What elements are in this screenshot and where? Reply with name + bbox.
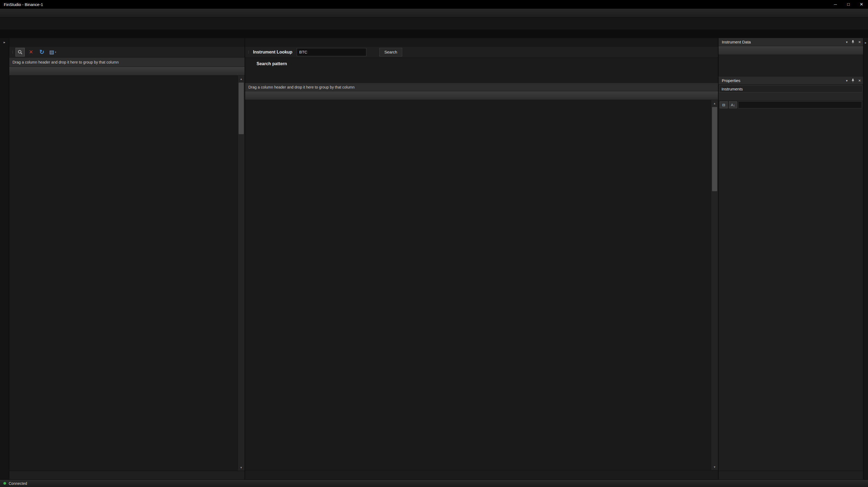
connection-status-text: Connected bbox=[9, 481, 27, 486]
search-pattern-section: Search pattern bbox=[245, 58, 718, 83]
dropdown-icon[interactable]: ▾ bbox=[846, 79, 848, 83]
scroll-down-icon[interactable]: ▼ bbox=[711, 464, 718, 470]
close-icon[interactable]: ✕ bbox=[858, 79, 861, 83]
left-table: ▲ ▼ bbox=[9, 75, 245, 471]
close-icon[interactable]: ✕ bbox=[858, 40, 861, 44]
main-toolbar bbox=[0, 18, 868, 30]
main-area: ▸ ⋮ ✕ ↻ ▤▾ Drag a column header and drop… bbox=[0, 38, 868, 479]
pin-icon[interactable] bbox=[851, 79, 855, 82]
drag-grip-icon[interactable]: ⋮ bbox=[245, 50, 251, 54]
lookup-row: ⋮ Instrument Lookup Search bbox=[245, 47, 718, 58]
export-button[interactable]: ▤▾ bbox=[48, 48, 57, 57]
window-title: FinStudio - Binance-1 bbox=[0, 2, 43, 7]
data-panel-tabs bbox=[718, 68, 863, 76]
drag-grip-icon[interactable]: ⋮ bbox=[9, 50, 16, 54]
document-tabs bbox=[0, 30, 868, 38]
window-controls: ─ □ ✕ bbox=[829, 0, 868, 9]
status-bar: Connected bbox=[0, 479, 868, 487]
panel-tabs bbox=[9, 38, 245, 47]
red-x-icon: ✕ bbox=[29, 49, 33, 55]
refresh-button[interactable]: ↻ bbox=[37, 48, 46, 57]
properties-tabs bbox=[718, 92, 863, 100]
title-bar: FinStudio - Binance-1 ─ □ ✕ bbox=[0, 0, 868, 9]
results-table: ▲ ▼ bbox=[245, 100, 718, 470]
scroll-up-icon[interactable]: ▲ bbox=[238, 75, 245, 82]
panel-title: Properties bbox=[722, 78, 740, 83]
left-bottom-tabs bbox=[9, 471, 245, 479]
menu-bar bbox=[0, 9, 868, 18]
search-button[interactable]: Search bbox=[379, 48, 402, 57]
center-scrollbar[interactable]: ▲ ▼ bbox=[711, 100, 718, 470]
spacer bbox=[718, 109, 863, 471]
table-footer bbox=[245, 470, 718, 479]
dropdown-icon[interactable]: ▾ bbox=[846, 40, 848, 44]
properties-toolbar: ⊟ A↓ bbox=[718, 100, 863, 109]
pattern-label: Search pattern bbox=[256, 61, 718, 66]
pin-icon[interactable] bbox=[851, 40, 855, 44]
expand-arrow-icon[interactable]: ▸ bbox=[865, 41, 866, 44]
clear-filter-button[interactable]: ✕ bbox=[26, 48, 36, 57]
chevron-down-icon: ▾ bbox=[55, 51, 56, 54]
search-mode-button[interactable] bbox=[16, 48, 25, 57]
sort-az-button[interactable]: A↓ bbox=[729, 101, 737, 108]
instruments-toolbar: ⋮ ✕ ↻ ▤▾ bbox=[9, 47, 245, 58]
gap bbox=[718, 55, 863, 68]
categorize-button[interactable]: ⊟ bbox=[720, 101, 728, 108]
connection-status-icon bbox=[3, 482, 6, 485]
group-by-bar[interactable]: Drag a column header and drop it here to… bbox=[9, 58, 245, 67]
app-window: FinStudio - Binance-1 ─ □ ✕ ▸ ⋮ ✕ ↻ ▤▾ D… bbox=[0, 0, 868, 487]
expand-arrow-icon[interactable]: ▸ bbox=[3, 40, 5, 44]
data-table-header bbox=[718, 46, 863, 55]
instrument-data-titlebar: Instrument Data ▾ ✕ bbox=[718, 38, 863, 46]
scrollbar-thumb[interactable] bbox=[239, 83, 244, 134]
scroll-down-icon[interactable]: ▼ bbox=[238, 464, 245, 471]
maximize-button[interactable]: □ bbox=[842, 0, 855, 9]
lookup-label: Instrument Lookup bbox=[253, 50, 292, 55]
left-scrollbar[interactable]: ▲ ▼ bbox=[238, 75, 245, 471]
refresh-icon: ↻ bbox=[39, 48, 44, 56]
instrument-lookup-panel: ⋮ Instrument Lookup Search Search patter… bbox=[245, 38, 718, 479]
center-table-header bbox=[245, 91, 718, 100]
scrollbar-thumb[interactable] bbox=[712, 107, 717, 191]
group-by-bar[interactable]: Drag a column header and drop it here to… bbox=[245, 83, 718, 91]
scroll-up-icon[interactable]: ▲ bbox=[711, 100, 718, 106]
panel-title: Instrument Data bbox=[722, 40, 751, 44]
document-icon: ▤ bbox=[49, 49, 54, 55]
left-table-header bbox=[9, 67, 245, 75]
instruments-panel: ⋮ ✕ ↻ ▤▾ Drag a column header and drop i… bbox=[9, 38, 245, 479]
lookup-input[interactable] bbox=[297, 48, 366, 56]
top-band bbox=[245, 38, 718, 47]
properties-target: Instruments bbox=[719, 85, 863, 92]
minimize-button[interactable]: ─ bbox=[829, 0, 842, 9]
properties-search-input[interactable] bbox=[738, 101, 862, 108]
magnifier-icon bbox=[18, 50, 23, 55]
autohide-strip: ▸ bbox=[863, 38, 868, 479]
properties-titlebar: Properties ▾ ✕ bbox=[718, 76, 863, 85]
instrument-data-panel: Instrument Data ▾ ✕ Properties ▾ ✕ Ins bbox=[718, 38, 863, 479]
right-bottom-tabs bbox=[718, 471, 863, 479]
close-button[interactable]: ✕ bbox=[855, 0, 868, 9]
side-tab-strip: ▸ bbox=[0, 38, 9, 479]
